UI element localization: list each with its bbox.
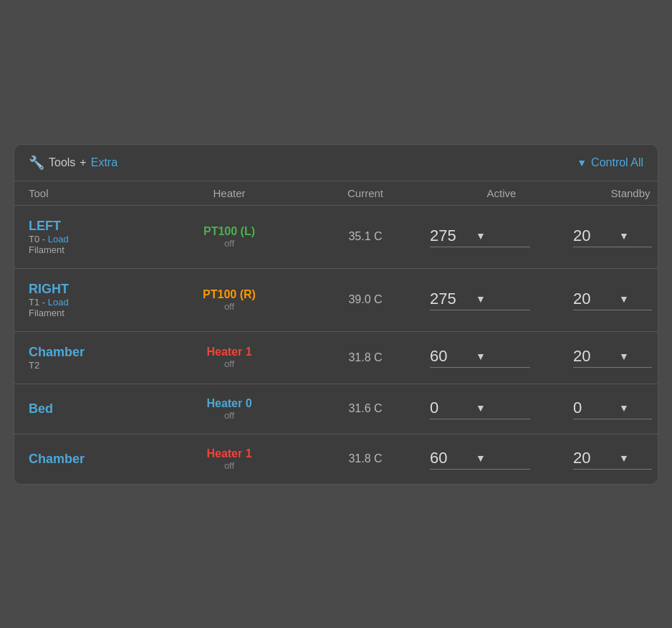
toolbar: 🔧 Tools + Extra ▼ Control All bbox=[14, 145, 658, 181]
header-standby: Standby bbox=[573, 187, 658, 199]
tool-name: RIGHT bbox=[29, 282, 69, 297]
tool-name: Chamber bbox=[29, 452, 85, 467]
active-dropdown-arrow[interactable]: ▼ bbox=[476, 402, 486, 414]
active-dropdown-arrow[interactable]: ▼ bbox=[476, 293, 486, 305]
standby-cell: 20 ▼ bbox=[573, 290, 658, 310]
load-link[interactable]: Load bbox=[48, 234, 69, 244]
active-cell: 0 ▼ bbox=[430, 399, 573, 419]
standby-cell: 20 ▼ bbox=[573, 347, 658, 368]
header-heater: Heater bbox=[158, 187, 301, 199]
active-value[interactable]: 0 bbox=[430, 399, 473, 417]
current-cell: 35.1 C bbox=[301, 230, 430, 243]
heater-cell: Heater 0 off bbox=[158, 397, 301, 421]
current-cell: 31.8 C bbox=[301, 351, 430, 364]
current-cell: 31.8 C bbox=[301, 452, 430, 465]
active-dropdown-arrow[interactable]: ▼ bbox=[476, 452, 486, 464]
active-dropdown-arrow[interactable]: ▼ bbox=[476, 230, 486, 242]
table-row: Chamber T2 Heater 1 off 31.8 C 60 ▼ 20 ▼ bbox=[14, 331, 658, 384]
current-cell: 39.0 C bbox=[301, 293, 430, 306]
table-row: LEFT T0 - LoadFilament PT100 (L) off 35.… bbox=[14, 205, 658, 268]
active-input-wrapper: 275 ▼ bbox=[430, 290, 530, 310]
toolbar-left: 🔧 Tools + Extra bbox=[29, 155, 571, 171]
tool-sub: T0 - Load bbox=[29, 234, 69, 244]
table-header: Tool Heater Current Active Standby bbox=[14, 181, 658, 205]
active-input-wrapper: 60 ▼ bbox=[430, 449, 530, 470]
standby-input-wrapper: 20 ▼ bbox=[573, 449, 652, 470]
toolbar-right: ▼ Control All bbox=[577, 156, 643, 169]
header-current: Current bbox=[301, 187, 430, 199]
standby-input-wrapper: 20 ▼ bbox=[573, 227, 652, 247]
current-cell: 31.6 C bbox=[301, 402, 430, 415]
wrench-icon: 🔧 bbox=[29, 155, 44, 171]
standby-dropdown-arrow[interactable]: ▼ bbox=[619, 402, 629, 414]
active-value[interactable]: 275 bbox=[430, 227, 473, 245]
tool-sub2: Filament bbox=[29, 308, 64, 318]
plus-label: + bbox=[80, 156, 86, 169]
heater-name: Heater 1 bbox=[206, 447, 251, 460]
tool-sub: T2 bbox=[29, 360, 39, 371]
table-row: Bed Heater 0 off 31.6 C 0 ▼ 0 ▼ bbox=[14, 384, 658, 434]
standby-input-wrapper: 20 ▼ bbox=[573, 290, 652, 310]
standby-dropdown-arrow[interactable]: ▼ bbox=[619, 452, 629, 464]
standby-cell: 20 ▼ bbox=[573, 227, 658, 247]
active-input-wrapper: 0 ▼ bbox=[430, 399, 530, 419]
heater-cell: PT100 (R) off bbox=[158, 288, 301, 312]
active-dropdown-arrow[interactable]: ▼ bbox=[476, 351, 486, 362]
standby-dropdown-arrow[interactable]: ▼ bbox=[619, 293, 629, 305]
header-active: Active bbox=[430, 187, 573, 199]
tool-cell: RIGHT T1 - LoadFilament bbox=[29, 282, 158, 318]
active-value[interactable]: 275 bbox=[430, 290, 473, 308]
tool-cell: LEFT T0 - LoadFilament bbox=[29, 219, 158, 255]
standby-value[interactable]: 20 bbox=[573, 449, 616, 467]
extra-button[interactable]: Extra bbox=[91, 156, 117, 169]
active-value[interactable]: 60 bbox=[430, 449, 473, 467]
heater-status: off bbox=[224, 301, 234, 312]
heater-status: off bbox=[224, 238, 234, 249]
standby-cell: 20 ▼ bbox=[573, 449, 658, 470]
table-row: Chamber Heater 1 off 31.8 C 60 ▼ 20 ▼ bbox=[14, 434, 658, 484]
dropdown-icon[interactable]: ▼ bbox=[577, 157, 587, 168]
standby-cell: 0 ▼ bbox=[573, 399, 658, 419]
heater-name: Heater 0 bbox=[206, 397, 251, 410]
heater-status: off bbox=[224, 410, 234, 421]
tool-cell: Bed bbox=[29, 401, 158, 417]
active-cell: 60 ▼ bbox=[430, 347, 573, 368]
control-all-button[interactable]: Control All bbox=[591, 156, 643, 169]
heater-name: PT100 (L) bbox=[203, 225, 255, 238]
active-cell: 275 ▼ bbox=[430, 290, 573, 310]
heater-name: PT100 (R) bbox=[203, 288, 256, 301]
active-cell: 275 ▼ bbox=[430, 227, 573, 247]
tool-name: Chamber bbox=[29, 345, 85, 360]
active-input-wrapper: 275 ▼ bbox=[430, 227, 530, 247]
standby-dropdown-arrow[interactable]: ▼ bbox=[619, 351, 629, 362]
tool-name: LEFT bbox=[29, 219, 61, 234]
heater-status: off bbox=[224, 460, 234, 471]
standby-value[interactable]: 20 bbox=[573, 347, 616, 366]
table-body: LEFT T0 - LoadFilament PT100 (L) off 35.… bbox=[14, 205, 658, 484]
heater-cell: Heater 1 off bbox=[158, 346, 301, 369]
standby-value[interactable]: 0 bbox=[573, 399, 616, 417]
tool-sub: T1 - Load bbox=[29, 297, 69, 308]
standby-value[interactable]: 20 bbox=[573, 227, 616, 245]
tool-sub2: Filament bbox=[29, 244, 64, 255]
tool-cell: Chamber T2 bbox=[29, 345, 158, 371]
active-value[interactable]: 60 bbox=[430, 347, 473, 366]
standby-input-wrapper: 20 ▼ bbox=[573, 347, 652, 368]
table-row: RIGHT T1 - LoadFilament PT100 (R) off 39… bbox=[14, 268, 658, 331]
standby-value[interactable]: 20 bbox=[573, 290, 616, 308]
active-input-wrapper: 60 ▼ bbox=[430, 347, 530, 368]
standby-dropdown-arrow[interactable]: ▼ bbox=[619, 230, 629, 242]
heater-cell: PT100 (L) off bbox=[158, 225, 301, 249]
main-panel: 🔧 Tools + Extra ▼ Control All Tool Heate… bbox=[14, 144, 658, 485]
tools-label: Tools bbox=[49, 156, 75, 169]
load-link[interactable]: Load bbox=[48, 297, 69, 308]
tool-cell: Chamber bbox=[29, 452, 158, 467]
standby-input-wrapper: 0 ▼ bbox=[573, 399, 652, 419]
active-cell: 60 ▼ bbox=[430, 449, 573, 470]
heater-status: off bbox=[224, 358, 234, 369]
tool-name: Bed bbox=[29, 401, 53, 417]
heater-name: Heater 1 bbox=[206, 346, 251, 358]
heater-cell: Heater 1 off bbox=[158, 447, 301, 471]
header-tool: Tool bbox=[29, 187, 158, 199]
